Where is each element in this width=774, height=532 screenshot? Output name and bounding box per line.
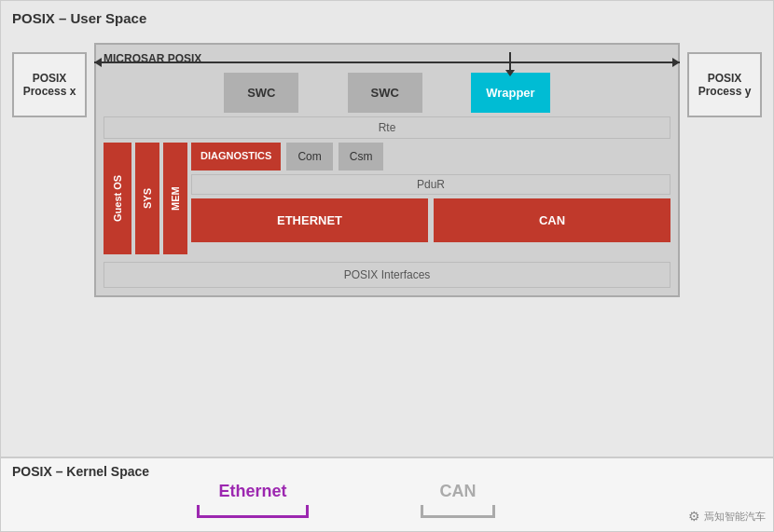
ethernet-connector: Ethernet <box>197 482 309 518</box>
mem-box: MEM <box>163 143 187 254</box>
posix-process-x: POSIX Process x <box>12 52 87 117</box>
can-left-leg <box>421 505 458 518</box>
ethernet-left-leg <box>197 505 253 518</box>
user-space-section: POSIX – User Space POSIX Process x MICRO… <box>0 0 774 457</box>
microsar-container: MICROSAR POSIX SWC SWC <box>94 43 680 297</box>
posix-interfaces-bar: POSIX Interfaces <box>104 262 670 288</box>
diag-row: DIAGNOSTICS Com Csm <box>191 143 670 171</box>
posix-process-y: POSIX Process y <box>687 52 762 117</box>
pdur-bar: PduR <box>191 174 670 195</box>
can-box: CAN <box>434 198 670 242</box>
watermark: ⚙ 焉知智能汽车 <box>688 509 766 524</box>
main-container: POSIX – User Space POSIX Process x MICRO… <box>0 0 774 532</box>
guest-os-box: Guest OS <box>104 143 131 254</box>
sys-box: SYS <box>135 143 159 254</box>
can-right-leg <box>458 505 495 518</box>
right-section: DIAGNOSTICS Com Csm <box>191 143 670 254</box>
ethernet-right-leg <box>253 505 309 518</box>
rte-bar: Rte <box>104 116 670 139</box>
diagnostics-box: DIAGNOSTICS <box>191 143 281 171</box>
user-space-label: POSIX – User Space <box>12 10 762 26</box>
top-components-row: SWC SWC Wrapper <box>104 73 670 113</box>
inter-process-arrow <box>94 61 680 63</box>
kernel-space-label: POSIX – Kernel Space <box>12 464 149 479</box>
can-connector: CAN <box>421 482 495 518</box>
com-box: Com <box>286 143 332 171</box>
ethernet-box: ETHERNET <box>191 198 428 242</box>
middle-row: Guest OS SYS MEM <box>104 143 670 254</box>
ethernet-kernel-label: Ethernet <box>218 482 286 501</box>
eth-can-row: ETHERNET CAN <box>191 198 670 242</box>
csm-box: Csm <box>339 143 384 171</box>
wrapper-box: Wrapper <box>471 73 550 113</box>
kernel-space-section: POSIX – Kernel Space Ethernet CAN ⚙ 焉知智能… <box>0 457 774 532</box>
watermark-text: 焉知智能汽车 <box>704 510 766 524</box>
user-space-inner: POSIX Process x MICROSAR POSIX SWC <box>12 34 762 444</box>
swc2-box: SWC <box>348 73 422 113</box>
watermark-icon: ⚙ <box>688 509 700 524</box>
can-kernel-label: CAN <box>440 482 477 501</box>
swc1-box: SWC <box>224 73 298 113</box>
